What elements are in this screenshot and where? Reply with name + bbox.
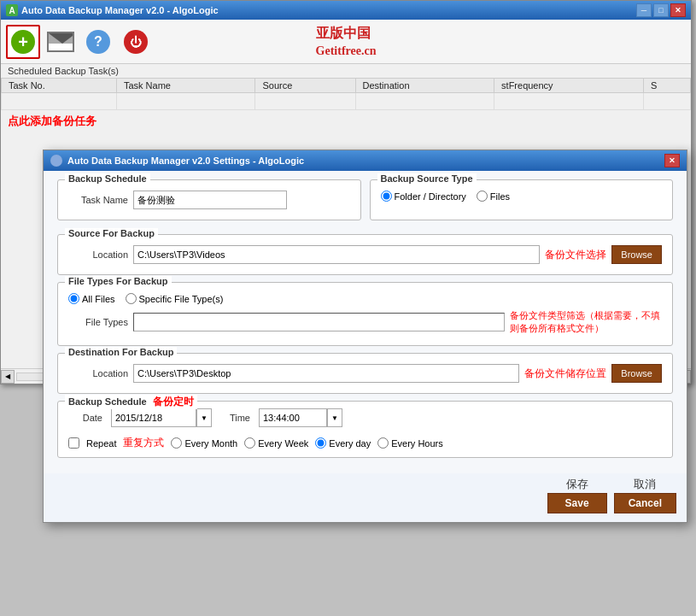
time-input-group: ▼ bbox=[259, 408, 342, 427]
scheduled-label: Scheduled Backup Task(s) bbox=[1, 64, 691, 78]
task-name-label: Task Name bbox=[68, 195, 128, 205]
every-hours-radio[interactable] bbox=[377, 437, 389, 449]
repeat-cn-label: 重复方式 bbox=[123, 436, 164, 450]
file-types-annotation: 备份文件类型筛选（根据需要，不填则备份所有格式文件） bbox=[510, 309, 662, 335]
schedule-row: Date ▼ Time ▼ Repeat 重复方式 Every Mont bbox=[68, 408, 662, 450]
file-types-field-label: File Types bbox=[68, 317, 128, 327]
add-task-annotation-area: 点此添加备份任务 bbox=[1, 110, 691, 132]
files-radio-label[interactable]: Files bbox=[477, 191, 510, 202]
task-table: Task No. Task Name Source Destination st… bbox=[1, 78, 691, 110]
source-location-input[interactable] bbox=[133, 245, 540, 264]
source-annotation: 备份文件选择 bbox=[545, 248, 606, 262]
files-label: Files bbox=[490, 191, 510, 202]
col-source: Source bbox=[255, 79, 355, 93]
files-radio[interactable] bbox=[477, 191, 488, 202]
power-button[interactable]: ⏻ bbox=[119, 25, 153, 59]
destination-location-input[interactable] bbox=[133, 364, 519, 383]
every-month-radio[interactable] bbox=[171, 437, 182, 449]
date-input-group: ▼ bbox=[111, 408, 212, 427]
minimize-button[interactable]: ─ bbox=[636, 3, 652, 17]
every-week-radio[interactable] bbox=[244, 437, 255, 449]
power-icon: ⏻ bbox=[124, 30, 148, 54]
settings-dialog: Auto Data Backup Manager v2.0 Settings -… bbox=[43, 150, 687, 523]
specific-type-radio-label[interactable]: Specific File Type(s) bbox=[126, 293, 224, 304]
add-task-annotation: 点此添加备份任务 bbox=[8, 114, 97, 127]
date-input[interactable] bbox=[111, 408, 196, 427]
source-browse-button[interactable]: Browse bbox=[611, 245, 662, 264]
close-button[interactable]: ✕ bbox=[670, 3, 686, 17]
every-month-text: Every Month bbox=[184, 438, 237, 449]
every-hours-label[interactable]: Every Hours bbox=[377, 437, 443, 449]
file-types-label: File Types For Backup bbox=[65, 276, 172, 286]
dialog-window-controls: ✕ bbox=[664, 154, 680, 167]
specific-type-radio[interactable] bbox=[126, 293, 137, 304]
col-s: S bbox=[644, 79, 691, 93]
col-taskno: Task No. bbox=[2, 79, 117, 93]
dialog-body: Backup Schedule Task Name Backup Source … bbox=[44, 171, 687, 473]
schedule-cn-label: 备份定时 bbox=[153, 396, 194, 408]
folder-radio[interactable] bbox=[381, 191, 392, 202]
cancel-pair: 取消 Cancel bbox=[614, 477, 676, 513]
task-name-input[interactable] bbox=[133, 191, 287, 209]
source-type-radio-group: Folder / Directory Files bbox=[381, 191, 663, 202]
main-titlebar: A Auto Data Backup Manager v2.0 - AlgoLo… bbox=[1, 1, 691, 20]
all-files-radio[interactable] bbox=[68, 293, 79, 304]
help-icon: ? bbox=[86, 30, 110, 54]
table-row bbox=[2, 93, 691, 110]
every-day-label[interactable]: Every day bbox=[315, 437, 371, 449]
all-files-radio-label[interactable]: All Files bbox=[68, 293, 115, 304]
cancel-button[interactable]: Cancel bbox=[614, 493, 676, 513]
maximize-button[interactable]: □ bbox=[653, 3, 669, 17]
time-dropdown-btn[interactable]: ▼ bbox=[327, 408, 342, 427]
col-taskname: Task Name bbox=[116, 79, 255, 93]
scroll-left[interactable]: ◀ bbox=[1, 370, 15, 384]
save-button[interactable]: Save bbox=[547, 493, 607, 513]
file-types-input[interactable] bbox=[133, 313, 505, 331]
date-label: Date bbox=[68, 413, 102, 423]
save-pair: 保存 Save bbox=[547, 477, 607, 513]
repeat-checkbox[interactable] bbox=[68, 437, 79, 449]
every-day-radio[interactable] bbox=[315, 437, 326, 449]
repeat-label: Repeat bbox=[86, 438, 116, 449]
schedule-section: Backup Schedule 备份定时 Date ▼ Time ▼ Repea… bbox=[57, 401, 673, 458]
email-button[interactable] bbox=[44, 25, 78, 59]
col-destination: Destination bbox=[355, 79, 494, 93]
source-location-row: Location 备份文件选择 Browse bbox=[68, 245, 662, 264]
dialog-titlebar: Auto Data Backup Manager v2.0 Settings -… bbox=[44, 150, 687, 171]
every-month-label[interactable]: Every Month bbox=[171, 437, 237, 449]
destination-location-label: Location bbox=[68, 368, 128, 378]
folder-label: Folder / Directory bbox=[395, 191, 466, 202]
all-files-label: All Files bbox=[82, 294, 115, 304]
destination-browse-button[interactable]: Browse bbox=[611, 364, 662, 383]
cancel-cn-label: 取消 bbox=[634, 477, 656, 492]
source-location-label: Location bbox=[68, 249, 128, 260]
destination-label: Destination For Backup bbox=[65, 347, 177, 357]
destination-section: Destination For Backup Location 备份文件储存位置… bbox=[57, 353, 673, 394]
dialog-title: Auto Data Backup Manager v2.0 Settings -… bbox=[67, 155, 304, 166]
center-title-cn: 亚版中国 Getitfree.cn bbox=[316, 25, 377, 58]
source-backup-section: Source For Backup Location 备份文件选择 Browse bbox=[57, 234, 673, 275]
time-label: Time bbox=[220, 413, 250, 423]
destination-location-row: Location 备份文件储存位置 Browse bbox=[68, 364, 662, 383]
backup-schedule-label: Backup Schedule bbox=[65, 173, 150, 184]
dialog-close-button[interactable]: ✕ bbox=[664, 154, 680, 167]
time-input[interactable] bbox=[259, 408, 327, 427]
folder-radio-label[interactable]: Folder / Directory bbox=[381, 191, 466, 202]
destination-annotation: 备份文件储存位置 bbox=[524, 367, 606, 381]
every-day-text: Every day bbox=[329, 438, 371, 449]
task-name-row: Task Name bbox=[68, 191, 350, 209]
save-cn-label: 保存 bbox=[566, 477, 588, 492]
add-task-button[interactable]: + bbox=[6, 25, 40, 59]
every-week-label[interactable]: Every Week bbox=[244, 437, 308, 449]
file-types-section: File Types For Backup All Files Specific… bbox=[57, 282, 673, 346]
help-button[interactable]: ? bbox=[81, 25, 115, 59]
backup-schedule-section: Backup Schedule Task Name bbox=[57, 179, 361, 220]
app-icon: A bbox=[6, 4, 18, 16]
file-types-row: File Types 备份文件类型筛选（根据需要，不填则备份所有格式文件） bbox=[68, 309, 662, 335]
every-hours-text: Every Hours bbox=[391, 438, 443, 449]
backup-source-type-label: Backup Source Type bbox=[377, 173, 477, 184]
getitfree-label: Getitfree.cn bbox=[316, 44, 377, 57]
date-dropdown-btn[interactable]: ▼ bbox=[196, 408, 212, 427]
col-frequency: stFrequency bbox=[494, 79, 644, 93]
top-sections: Backup Schedule Task Name Backup Source … bbox=[57, 179, 673, 227]
